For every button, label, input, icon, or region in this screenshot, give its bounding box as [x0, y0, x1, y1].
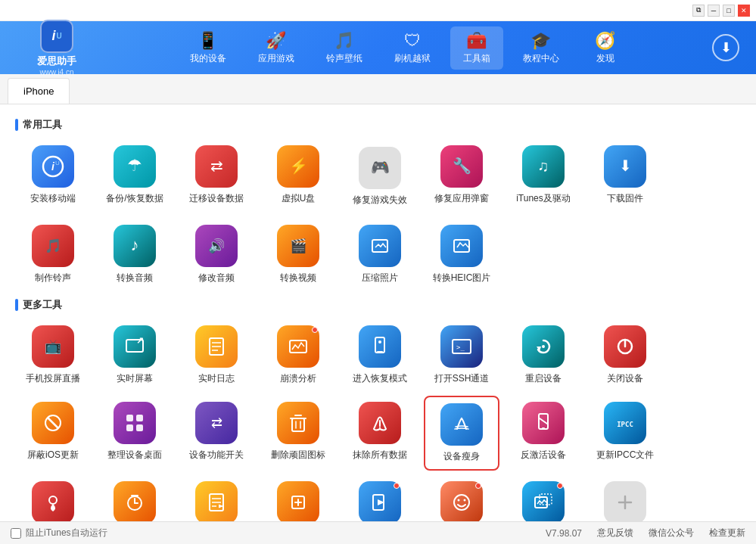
tool-ssh[interactable]: >_ 打开SSH通道 — [424, 319, 499, 391]
tool-block-update[interactable]: 屏蔽iOS更新 — [15, 396, 91, 471]
crash-icon — [277, 325, 319, 368]
svg-point-67 — [464, 499, 466, 502]
tool-make-ringtone[interactable]: 🎵 制作铃声 — [15, 219, 91, 291]
svg-text:↗: ↗ — [136, 335, 144, 346]
tool-update-ipcc[interactable]: IPCC 更新IPCC文件 — [587, 396, 663, 471]
nav-my-device[interactable]: 📱 我的设备 — [178, 26, 238, 70]
tool-dedup-photo[interactable]: 图片去重 — [506, 475, 581, 521]
tool-organize-desktop[interactable]: 整理设备桌面 — [97, 396, 173, 471]
itunes-autorun-label: 阻止iTunes自动运行 — [26, 527, 107, 539]
svg-text:🔧: 🔧 — [453, 157, 471, 175]
minimize-btn[interactable]: ─ — [708, 5, 720, 17]
feedback-link[interactable]: 意见反馈 — [597, 527, 633, 539]
common-tools-grid-2: 🎵 制作铃声 ♪ 转换音频 🔊 修改音频 🎬 转换视频 — [15, 219, 741, 291]
fix-game-label: 修复游戏失效 — [353, 194, 407, 207]
tool-edit[interactable]: 编辑 — [587, 475, 663, 521]
iphone-tab[interactable]: iPhone — [8, 78, 70, 104]
tool-screen-mirror[interactable]: 📺 手机投屏直播 — [15, 319, 91, 391]
tool-modify-audio[interactable]: 🔊 修改音频 — [179, 219, 254, 291]
nav-flash-jailbreak[interactable]: 🛡 刷机越狱 — [382, 26, 443, 70]
brand-url: www.i4.cn — [39, 68, 73, 76]
convert-video-label: 转换视频 — [280, 272, 316, 284]
tool-skip-setup[interactable]: 跳过设置向导 — [179, 475, 254, 521]
tool-crash-analysis[interactable]: 崩溃分析 — [260, 319, 336, 391]
tool-convert-audio[interactable]: ♪ 转换音频 — [97, 219, 173, 291]
edit-icon — [604, 481, 646, 521]
check-update-link[interactable]: 检查更新 — [709, 527, 745, 539]
svg-text:U: U — [55, 160, 60, 166]
tool-itunes-driver[interactable]: ♫ iTunes及驱动 — [506, 139, 581, 214]
tool-delete-stubborn-icon[interactable]: 删除顽固图标 — [260, 396, 336, 471]
recovery-label: 进入恢复模式 — [353, 372, 407, 385]
more-tools-grid-2: 屏蔽iOS更新 整理设备桌面 ⇄ 设备功能开关 — [15, 396, 741, 471]
deactivate-label: 反激活设备 — [521, 449, 566, 462]
nav-tutorials[interactable]: 🎓 教程中心 — [511, 26, 571, 70]
svg-line-34 — [48, 418, 58, 427]
itunes-label: iTunes及驱动 — [516, 192, 571, 205]
tool-virtual-location[interactable]: 虚拟定位 — [15, 475, 91, 521]
tool-backup-boot[interactable]: 备份引导区数据 — [260, 475, 336, 521]
wechat-link[interactable]: 微信公众号 — [649, 527, 694, 539]
tool-migrate-data[interactable]: ⇄ 迁移设备数据 — [179, 139, 254, 214]
tool-restart-device[interactable]: 重启设备 — [506, 319, 581, 391]
tool-convert-video[interactable]: 🎬 转换视频 — [260, 219, 336, 291]
discover-icon: 🧭 — [595, 31, 615, 51]
footer-left: 阻止iTunes自动运行 — [11, 527, 107, 539]
delete-stubborn-icon — [277, 402, 319, 444]
tool-break-time-limit[interactable]: 破解时间限额 — [97, 475, 173, 521]
tool-player[interactable]: 爱思播放器 — [342, 475, 418, 521]
time-limit-icon — [114, 481, 156, 521]
tool-device-switch[interactable]: ⇄ 设备功能开关 — [179, 396, 254, 471]
itunes-icon: ♫ — [522, 145, 565, 188]
convert-heic-label: 转换HEIC图片 — [433, 272, 491, 284]
svg-text:🎬: 🎬 — [290, 238, 307, 254]
tool-recovery-mode[interactable]: 进入恢复模式 — [342, 319, 418, 391]
block-update-icon — [32, 402, 74, 444]
restart-label: 重启设备 — [525, 372, 562, 385]
tutorials-label: 教程中心 — [523, 52, 559, 65]
screen-mirror-icon: 📺 — [32, 325, 74, 368]
realtime-log-label: 实时日志 — [198, 372, 235, 385]
tool-backup-restore[interactable]: ☂ 备份/恢复数据 — [97, 139, 173, 214]
tool-emoji-maker[interactable]: 表情制作 — [424, 475, 499, 521]
header-right: ⬇ — [703, 34, 748, 61]
svg-text:⚡: ⚡ — [289, 157, 308, 175]
itunes-autorun-checkbox[interactable] — [11, 528, 21, 539]
more-tools-grid-1: 📺 手机投屏直播 ↗ 实时屏幕 实时日志 — [15, 319, 741, 391]
tool-device-slim[interactable]: 设备瘦身 — [424, 396, 499, 471]
close-btn[interactable]: ✕ — [738, 5, 750, 17]
tool-download-firmware[interactable]: ⬇ 下载固件 — [587, 139, 663, 214]
download-button[interactable]: ⬇ — [712, 34, 739, 61]
svg-text:🎮: 🎮 — [371, 158, 390, 176]
tool-install-mobile[interactable]: iU 安装移动端 — [15, 139, 91, 214]
tool-realtime-screen[interactable]: ↗ 实时屏幕 — [97, 319, 173, 391]
organize-icon — [114, 402, 156, 444]
convert-audio-icon: ♪ — [114, 225, 156, 267]
shutdown-label: 关闭设备 — [607, 372, 643, 385]
tool-erase-data[interactable]: 抹除所有数据 — [342, 396, 418, 471]
svg-text:⇄: ⇄ — [210, 157, 223, 174]
migrate-icon: ⇄ — [195, 145, 238, 188]
nav-ringtone-wallpaper[interactable]: 🎵 铃声壁纸 — [314, 26, 375, 70]
svg-line-49 — [540, 418, 547, 424]
jailbreak-icon: 🛡 — [404, 31, 421, 51]
version-text: V7.98.07 — [546, 528, 582, 539]
svg-point-30 — [542, 345, 545, 348]
tool-fix-game[interactable]: 🎮 修复游戏失效 — [342, 139, 418, 214]
maximize-btn[interactable]: □ — [723, 5, 735, 17]
tool-deactivate-device[interactable]: 反激活设备 — [506, 396, 581, 471]
nav-toolbox[interactable]: 🧰 工具箱 — [450, 26, 503, 70]
nav-apps-games[interactable]: 🚀 应用游戏 — [246, 26, 306, 70]
tool-compress-photo[interactable]: 压缩照片 — [342, 219, 418, 291]
tool-convert-heic[interactable]: 转换HEIC图片 — [424, 219, 499, 291]
skip-setup-icon — [195, 481, 238, 521]
nav-discover[interactable]: 🧭 发现 — [579, 26, 632, 70]
modify-audio-icon: 🔊 — [195, 225, 238, 267]
tool-fix-popup[interactable]: 🔧 修复应用弹窗 — [424, 139, 499, 214]
svg-text:☂: ☂ — [127, 156, 142, 175]
restore-btn[interactable]: ⧉ — [692, 5, 705, 17]
svg-text:⬇: ⬇ — [619, 157, 632, 174]
tool-shutdown[interactable]: 关闭设备 — [587, 319, 663, 391]
tool-realtime-log[interactable]: 实时日志 — [179, 319, 254, 391]
tool-virtual-udisk[interactable]: ⚡ 虚拟U盘 — [260, 139, 336, 214]
